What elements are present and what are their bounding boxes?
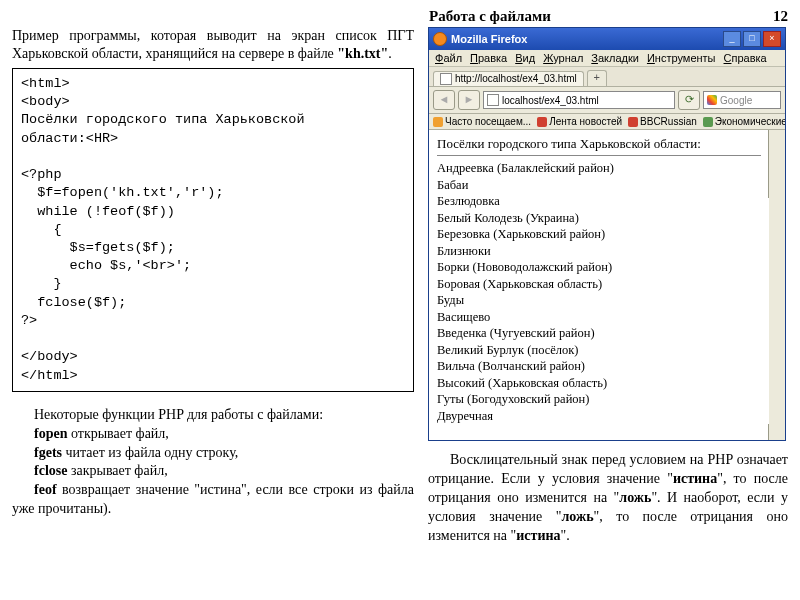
func-fgets-desc: читает из файла одну строку, bbox=[62, 445, 238, 460]
menu-tools[interactable]: Инструменты bbox=[647, 52, 716, 64]
browser-menubar[interactable]: Файл Правка Вид Журнал Закладки Инструме… bbox=[429, 50, 785, 67]
bookmark-item[interactable]: Экономические изве... bbox=[703, 116, 785, 127]
para-istina1: истина bbox=[673, 471, 717, 486]
browser-window: Mozilla Firefox _ □ × Файл Правка Вид Жу… bbox=[428, 27, 786, 441]
bookmark-item[interactable]: BBCRussian bbox=[628, 116, 697, 127]
intro-text: Пример программы, которая выводит на экр… bbox=[12, 27, 414, 62]
scroll-down-button[interactable]: ▾ bbox=[768, 424, 784, 440]
menu-bookmarks[interactable]: Закладки bbox=[591, 52, 639, 64]
firefox-icon bbox=[433, 32, 447, 46]
content-line: Введенка (Чугуевский район) bbox=[437, 325, 761, 342]
menu-history[interactable]: Журнал bbox=[543, 52, 583, 64]
browser-tabbar: http://localhost/ex4_03.html + bbox=[429, 67, 785, 87]
bookmark-icon bbox=[628, 117, 638, 127]
tab-label: http://localhost/ex4_03.html bbox=[455, 73, 577, 84]
content-line: Безлюдовка bbox=[437, 193, 761, 210]
new-tab-button[interactable]: + bbox=[587, 70, 607, 86]
content-line: Высокий (Харьковская область) bbox=[437, 375, 761, 392]
forward-button[interactable]: ► bbox=[458, 90, 480, 110]
bookmark-label: BBCRussian bbox=[640, 116, 697, 127]
func-fopen-desc: открывает файл, bbox=[67, 426, 168, 441]
bookmark-item[interactable]: Лента новостей bbox=[537, 116, 622, 127]
content-line: Гуты (Богодуховский район) bbox=[437, 391, 761, 408]
explanation-paragraph: Восклицательный знак перед условием на P… bbox=[428, 451, 788, 545]
func-feof-desc: возвращает значение "истина", если все с… bbox=[12, 482, 414, 516]
content-hr bbox=[437, 155, 761, 156]
bookmark-icon bbox=[433, 117, 443, 127]
content-line: Васищево bbox=[437, 309, 761, 326]
content-line: Бабаи bbox=[437, 177, 761, 194]
content-line: Двуречная bbox=[437, 408, 761, 425]
content-line: Березовка (Харьковский район) bbox=[437, 226, 761, 243]
back-button[interactable]: ◄ bbox=[433, 90, 455, 110]
para-s2a: Если у условия значение " bbox=[501, 471, 673, 486]
menu-view[interactable]: Вид bbox=[515, 52, 535, 64]
intro-dot: . bbox=[388, 46, 392, 61]
funcs-intro: Некоторые функции PHP для работы с файла… bbox=[12, 406, 414, 425]
browser-toolbar: ◄ ► localhost/ex4_03.html ⟳ Google bbox=[429, 87, 785, 114]
content-line: Боровая (Харьковская область) bbox=[437, 276, 761, 293]
func-fclose-desc: закрывает файл, bbox=[67, 463, 167, 478]
bookmark-label: Лента новостей bbox=[549, 116, 622, 127]
bookmark-label: Экономические изве... bbox=[715, 116, 785, 127]
browser-titlebar[interactable]: Mozilla Firefox _ □ × bbox=[429, 28, 785, 50]
scroll-up-button[interactable]: ▴ bbox=[768, 130, 784, 146]
bookmark-icon bbox=[703, 117, 713, 127]
bookmarks-bar: Часто посещаем... Лента новостей BBCRuss… bbox=[429, 114, 785, 130]
content-line: Близнюки bbox=[437, 243, 761, 260]
browser-tab[interactable]: http://localhost/ex4_03.html bbox=[433, 71, 584, 86]
search-field[interactable]: Google bbox=[703, 91, 781, 109]
para-istina2: истина bbox=[516, 528, 560, 543]
func-feof: feof bbox=[34, 482, 57, 497]
content-line: Белый Колодезь (Украина) bbox=[437, 210, 761, 227]
minimize-button[interactable]: _ bbox=[723, 31, 741, 47]
php-functions: Некоторые функции PHP для работы с файла… bbox=[12, 406, 414, 519]
page-number: 12 bbox=[773, 8, 788, 25]
para-s2i: ". bbox=[561, 528, 570, 543]
browser-title: Mozilla Firefox bbox=[451, 33, 723, 45]
content-line: Вильча (Волчанский район) bbox=[437, 358, 761, 375]
reload-button[interactable]: ⟳ bbox=[678, 90, 700, 110]
code-listing: <html> <body> Посёлки городского типа Ха… bbox=[12, 68, 414, 392]
content-heading: Посёлки городского типа Харьковской обла… bbox=[437, 136, 761, 152]
bookmark-label: Часто посещаем... bbox=[445, 116, 531, 127]
para-lozh1: ложь bbox=[619, 490, 651, 505]
page-icon bbox=[440, 73, 452, 85]
address-bar[interactable]: localhost/ex4_03.html bbox=[483, 91, 675, 109]
scroll-thumb[interactable] bbox=[768, 146, 784, 198]
content-line: Великий Бурлук (посёлок) bbox=[437, 342, 761, 359]
url-text: localhost/ex4_03.html bbox=[502, 95, 599, 106]
para-lozh2: ложь bbox=[562, 509, 594, 524]
menu-file[interactable]: Файл bbox=[435, 52, 462, 64]
menu-help[interactable]: Справка bbox=[724, 52, 767, 64]
menu-edit[interactable]: Правка bbox=[470, 52, 507, 64]
maximize-button[interactable]: □ bbox=[743, 31, 761, 47]
search-placeholder: Google bbox=[720, 95, 752, 106]
bookmark-icon bbox=[537, 117, 547, 127]
func-fopen: fopen bbox=[34, 426, 67, 441]
func-fgets: fgets bbox=[34, 445, 62, 460]
content-line: Буды bbox=[437, 292, 761, 309]
bookmark-item[interactable]: Часто посещаем... bbox=[433, 116, 531, 127]
page-title: Работа с файлами bbox=[207, 8, 773, 25]
content-line: Андреевка (Балаклейский район) bbox=[437, 160, 761, 177]
content-line: Борки (Нововодолажский район) bbox=[437, 259, 761, 276]
site-icon bbox=[487, 94, 499, 106]
google-icon bbox=[707, 95, 717, 105]
browser-content: ▴ ▾ Посёлки городского типа Харьковской … bbox=[429, 130, 785, 440]
func-fclose: fclose bbox=[34, 463, 67, 478]
close-button[interactable]: × bbox=[763, 31, 781, 47]
intro-filename: "kh.txt" bbox=[337, 46, 388, 61]
